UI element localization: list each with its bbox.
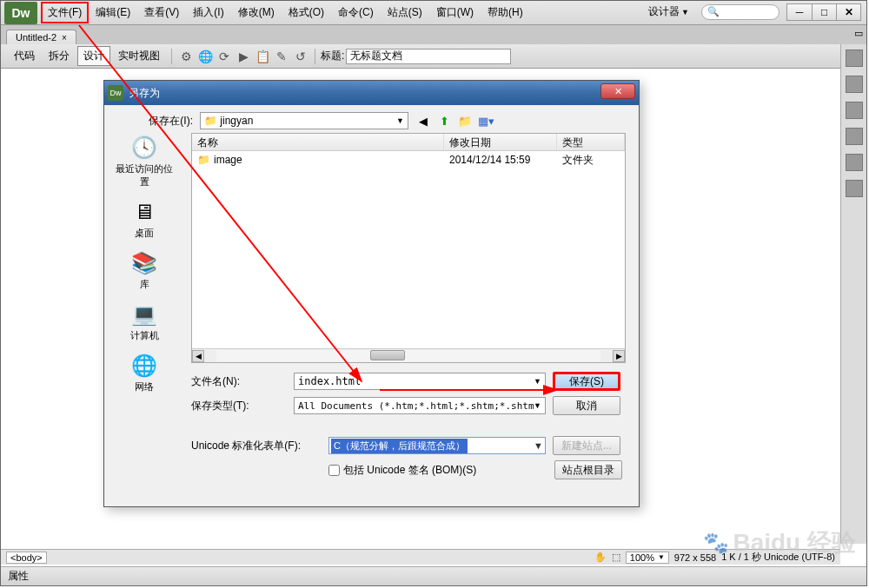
file-list-scrollbar[interactable]: ◀ ▶ bbox=[192, 348, 625, 362]
back-icon[interactable]: ◀ bbox=[415, 113, 431, 129]
chevron-down-icon: ▼ bbox=[396, 116, 404, 125]
panel-icon-2[interactable] bbox=[846, 76, 863, 93]
menu-modify[interactable]: 修改(M) bbox=[231, 2, 282, 23]
place-computer[interactable]: 💻计算机 bbox=[114, 300, 175, 349]
libraries-icon: 📚 bbox=[129, 250, 160, 276]
site-root-button[interactable]: 站点根目录 bbox=[554, 460, 622, 479]
desktop-icon: 🖥 bbox=[129, 199, 160, 225]
panel-icon-5[interactable] bbox=[846, 154, 863, 171]
places-sidebar: 🕓最近访问的位置 🖥桌面 📚库 💻计算机 🌐网络 bbox=[109, 133, 179, 400]
filetype-combo[interactable]: All Documents (*.htm;*.html;*.shtm;*.sht… bbox=[294, 397, 546, 414]
file-list[interactable]: 名称 修改日期 类型 📁image 2014/12/14 15:59 文件夹 ◀… bbox=[191, 133, 626, 363]
new-folder-icon[interactable]: 📁 bbox=[457, 113, 473, 129]
search-input[interactable]: 🔍 bbox=[701, 4, 779, 20]
dialog-close-button[interactable]: ✕ bbox=[600, 83, 635, 99]
place-recent[interactable]: 🕓最近访问的位置 bbox=[114, 133, 175, 195]
document-toolbar: 代码 拆分 设计 实时视图 ⚙ 🌐 ⟳ ▶ 📋 ✎ ↺ 标题: bbox=[1, 44, 866, 69]
col-type[interactable]: 类型 bbox=[557, 134, 625, 150]
recent-icon: 🕓 bbox=[129, 135, 160, 161]
bom-checkbox-input[interactable] bbox=[328, 465, 340, 476]
tool-icon-4[interactable]: ▶ bbox=[235, 49, 252, 64]
view-live-button[interactable]: 实时视图 bbox=[112, 46, 166, 66]
tool-icon-3[interactable]: ⟳ bbox=[216, 49, 233, 64]
place-desktop[interactable]: 🖥桌面 bbox=[114, 197, 175, 247]
place-network[interactable]: 🌐网络 bbox=[114, 351, 175, 400]
folder-icon: 📁 bbox=[204, 115, 217, 127]
col-name[interactable]: 名称 bbox=[192, 134, 444, 150]
view-design-button[interactable]: 设计 bbox=[77, 46, 110, 66]
menu-site[interactable]: 站点(S) bbox=[381, 2, 429, 23]
unicode-combo[interactable]: C（规范分解，后跟规范合成）▼ bbox=[328, 437, 546, 454]
view-code-button[interactable]: 代码 bbox=[8, 46, 41, 66]
panel-icon-4[interactable] bbox=[846, 128, 863, 145]
tool-icon-1[interactable]: ⚙ bbox=[177, 49, 195, 64]
dimensions-label: 972 x 558 bbox=[674, 552, 716, 563]
place-libraries[interactable]: 📚库 bbox=[114, 248, 175, 298]
computer-icon: 💻 bbox=[129, 301, 160, 327]
views-icon[interactable]: ▦▾ bbox=[478, 113, 494, 129]
title-label: 标题: bbox=[321, 49, 344, 63]
dialog-titlebar[interactable]: Dw 另存为 ✕ bbox=[104, 81, 639, 105]
panel-icon-6[interactable] bbox=[846, 180, 863, 197]
tab-close-icon[interactable]: × bbox=[62, 33, 67, 43]
app-logo: Dw bbox=[4, 2, 37, 24]
tab-untitled[interactable]: Untitled-2 × bbox=[6, 30, 76, 44]
tool-icon-5[interactable]: 📋 bbox=[254, 49, 271, 64]
panel-icon-1[interactable] bbox=[846, 50, 863, 67]
tool-icon-6[interactable]: ✎ bbox=[273, 49, 290, 64]
view-split-button[interactable]: 拆分 bbox=[43, 46, 76, 66]
new-site-button[interactable]: 新建站点... bbox=[553, 436, 620, 455]
menu-help[interactable]: 帮助(H) bbox=[481, 2, 530, 23]
col-date[interactable]: 修改日期 bbox=[444, 134, 557, 150]
maximize-button[interactable]: □ bbox=[812, 4, 836, 20]
menu-edit[interactable]: 编辑(E) bbox=[89, 2, 137, 23]
dialog-title-text: 另存为 bbox=[129, 86, 160, 101]
save-button[interactable]: 保存(S) bbox=[553, 372, 620, 391]
file-list-header: 名称 修改日期 类型 bbox=[192, 134, 625, 151]
menu-window[interactable]: 窗口(W) bbox=[429, 2, 481, 23]
dialog-app-icon: Dw bbox=[108, 85, 123, 101]
encoding-label: 1 K / 1 秒 Unicode (UTF-8) bbox=[721, 551, 835, 564]
folder-icon: 📁 bbox=[197, 154, 210, 166]
bom-checkbox[interactable]: 包括 Unicode 签名 (BOM)(S) bbox=[328, 463, 547, 478]
up-icon[interactable]: ⬆ bbox=[436, 113, 452, 129]
menu-bar: 文件(F) 编辑(E) 查看(V) 插入(I) 修改(M) 格式(O) 命令(C… bbox=[41, 2, 530, 23]
filename-label: 文件名(N): bbox=[191, 374, 287, 389]
filetype-label: 保存类型(T): bbox=[191, 399, 287, 413]
search-icon: 🔍 bbox=[707, 6, 720, 17]
tool-icon-7[interactable]: ↺ bbox=[292, 49, 309, 64]
tool-icon-2[interactable]: 🌐 bbox=[196, 49, 214, 64]
menu-file[interactable]: 文件(F) bbox=[41, 2, 89, 23]
menu-insert[interactable]: 插入(I) bbox=[186, 2, 230, 23]
menu-format[interactable]: 格式(O) bbox=[282, 2, 331, 23]
restore-panel-icon[interactable]: ▭ bbox=[854, 28, 863, 39]
cancel-button[interactable]: 取消 bbox=[553, 396, 620, 415]
properties-panel-header[interactable]: 属性 bbox=[1, 566, 866, 585]
save-in-combo[interactable]: 📁 jingyan ▼ bbox=[200, 112, 408, 129]
minimize-button[interactable]: ─ bbox=[787, 4, 812, 20]
unicode-label: Unicode 标准化表单(F): bbox=[191, 439, 322, 453]
title-bar: Dw 文件(F) 编辑(E) 查看(V) 插入(I) 修改(M) 格式(O) 命… bbox=[1, 1, 866, 25]
layout-dropdown[interactable]: 设计器 ▼ bbox=[643, 3, 694, 21]
side-panel bbox=[840, 44, 866, 544]
filename-input[interactable]: index.html▼ bbox=[294, 373, 546, 390]
tool-select-icon[interactable]: ⬚ bbox=[612, 552, 620, 563]
save-as-dialog: Dw 另存为 ✕ 保存在(I): 📁 jingyan ▼ ◀ ⬆ 📁 ▦▾ 🕓最 bbox=[103, 80, 640, 507]
title-input[interactable] bbox=[346, 49, 511, 64]
save-in-label: 保存在(I): bbox=[115, 114, 193, 129]
menu-commands[interactable]: 命令(C) bbox=[331, 2, 381, 23]
tab-label: Untitled-2 bbox=[16, 32, 56, 43]
file-row[interactable]: 📁image 2014/12/14 15:59 文件夹 bbox=[192, 151, 625, 168]
document-tabs: Untitled-2 × ▭ bbox=[1, 25, 866, 44]
panel-icon-3[interactable] bbox=[846, 102, 863, 119]
close-button[interactable]: ✕ bbox=[836, 4, 860, 20]
tag-selector[interactable]: <body> bbox=[6, 552, 47, 564]
network-icon: 🌐 bbox=[129, 353, 160, 379]
tool-hand-icon[interactable]: ✋ bbox=[594, 552, 607, 563]
zoom-combo[interactable]: 100% ▼ bbox=[626, 552, 669, 564]
menu-view[interactable]: 查看(V) bbox=[137, 2, 186, 23]
status-bar: <body> ✋ ⬚ 100% ▼ 972 x 558 1 K / 1 秒 Un… bbox=[1, 549, 840, 565]
